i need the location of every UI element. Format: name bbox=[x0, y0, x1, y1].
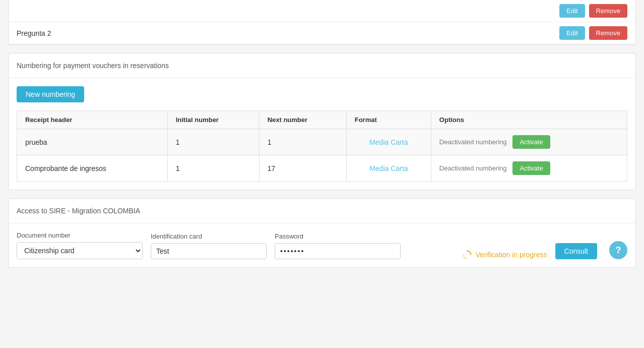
sire-section-body: Document number Citizenship cardPassport… bbox=[9, 223, 635, 267]
password-label: Password bbox=[275, 233, 401, 240]
options-cell: Deactivated numbering Activate bbox=[431, 129, 627, 155]
activate-button[interactable]: Activate bbox=[512, 135, 550, 149]
question-row-2: Pregunta 2 Edit Remove bbox=[9, 22, 635, 44]
page-wrapper: Edit Remove Pregunta 2 Edit Remove Numbe… bbox=[0, 0, 644, 348]
password-group: Password bbox=[275, 233, 401, 259]
col-receipt-header: Receipt header bbox=[17, 111, 168, 129]
partial-top-section: Edit Remove Pregunta 2 Edit Remove bbox=[8, 0, 636, 45]
col-initial-number: Initial number bbox=[167, 111, 259, 129]
question-1-actions: Edit Remove bbox=[244, 0, 635, 22]
format-cell: Media Carta bbox=[346, 129, 431, 155]
edit-button-q1[interactable]: Edit bbox=[559, 4, 585, 18]
next-number-cell: 17 bbox=[259, 155, 346, 182]
format-link[interactable]: Media Carta bbox=[369, 138, 408, 146]
format-link[interactable]: Media Carta bbox=[369, 164, 408, 172]
password-input[interactable] bbox=[275, 243, 401, 259]
col-next-number: Next number bbox=[259, 111, 346, 129]
col-format: Format bbox=[346, 111, 431, 129]
question-row-1: Edit Remove bbox=[9, 0, 635, 22]
numbering-table-header-row: Receipt header Initial number Next numbe… bbox=[17, 111, 627, 129]
document-number-group: Document number Citizenship cardPassport… bbox=[17, 231, 143, 259]
receipt-header-cell: Comprobante de ingresos bbox=[17, 155, 168, 182]
sire-section: Access to SIRE - Migration COLOMBIA Docu… bbox=[8, 198, 636, 268]
identification-card-label: Identification card bbox=[151, 233, 267, 240]
question-2-label: Pregunta 2 bbox=[9, 22, 244, 44]
numbering-section: Numbering for payment vouchers in reserv… bbox=[8, 53, 636, 190]
document-number-select[interactable]: Citizenship cardPassportForeign IDOther bbox=[17, 242, 143, 259]
consult-button[interactable]: Consult bbox=[555, 243, 597, 259]
help-button[interactable]: ? bbox=[609, 241, 627, 259]
spinner-icon bbox=[463, 250, 472, 259]
edit-button-q2[interactable]: Edit bbox=[559, 26, 585, 40]
deactivated-text: Deactivated numbering bbox=[439, 164, 507, 172]
table-row: Comprobante de ingresos 1 17 Media Carta… bbox=[17, 155, 627, 182]
next-number-cell: 1 bbox=[259, 129, 346, 155]
remove-button-q1[interactable]: Remove bbox=[589, 4, 627, 18]
remove-button-q2[interactable]: Remove bbox=[589, 26, 627, 40]
col-options: Options bbox=[431, 111, 627, 129]
document-number-label: Document number bbox=[17, 231, 143, 239]
format-cell: Media Carta bbox=[346, 155, 431, 182]
numbering-section-body: New numbering Receipt header Initial num… bbox=[9, 78, 635, 190]
sire-section-title: Access to SIRE - Migration COLOMBIA bbox=[9, 199, 635, 223]
receipt-header-cell: prueba bbox=[17, 129, 168, 155]
verification-status: Verification in progress bbox=[463, 250, 547, 259]
initial-number-cell: 1 bbox=[167, 155, 259, 182]
identification-card-input[interactable] bbox=[151, 243, 267, 259]
verification-status-text: Verification in progress bbox=[476, 251, 547, 259]
options-cell: Deactivated numbering Activate bbox=[431, 155, 627, 182]
numbering-table: Receipt header Initial number Next numbe… bbox=[17, 110, 627, 182]
deactivated-text: Deactivated numbering bbox=[439, 138, 507, 146]
table-row: prueba 1 1 Media Carta Deactivated numbe… bbox=[17, 129, 627, 155]
question-1-label bbox=[9, 0, 244, 22]
sire-form-row: Document number Citizenship cardPassport… bbox=[17, 231, 627, 259]
identification-card-group: Identification card bbox=[151, 233, 267, 259]
numbering-section-title: Numbering for payment vouchers in reserv… bbox=[9, 53, 635, 78]
activate-button[interactable]: Activate bbox=[512, 161, 550, 175]
question-2-actions: Edit Remove bbox=[244, 22, 635, 44]
initial-number-cell: 1 bbox=[167, 129, 259, 155]
new-numbering-button[interactable]: New numbering bbox=[17, 86, 84, 102]
